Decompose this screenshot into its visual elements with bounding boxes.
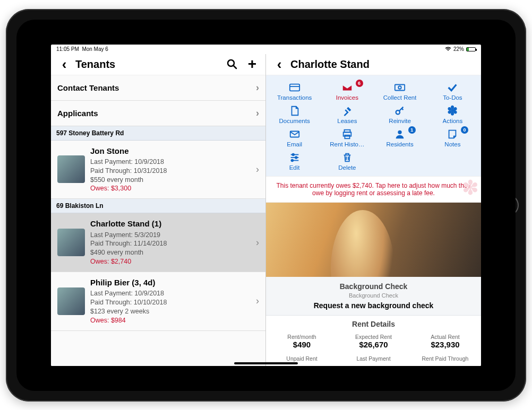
rent-value: $26,670 xyxy=(338,340,409,349)
rent-value: $490 xyxy=(266,340,338,349)
money-icon xyxy=(393,82,407,93)
contact-tenants-row[interactable]: Contact Tenants › xyxy=(51,75,265,101)
status-date: Mon May 6 xyxy=(82,46,108,52)
sliders-icon xyxy=(288,152,302,163)
actions-action[interactable]: ✽Actions xyxy=(426,104,479,125)
document-icon xyxy=(288,105,302,117)
paid-through: Paid Through: 11/14/2018 xyxy=(90,239,251,248)
action-grid: Transactions 6Invoices Collect Rent To-D… xyxy=(266,75,481,176)
tenant-name: Charlotte Stand (1) xyxy=(90,219,251,229)
chevron-right-icon: › xyxy=(256,295,259,307)
tenant-avatar xyxy=(57,155,85,183)
tenant-row[interactable]: Jon Stone Last Payment: 10/9/2018 Paid T… xyxy=(51,141,265,199)
note-icon xyxy=(445,128,459,140)
property-header: 69 Blakiston Ln xyxy=(51,199,265,213)
svg-rect-4 xyxy=(395,84,405,90)
svg-line-1 xyxy=(234,66,236,68)
search-button[interactable] xyxy=(223,55,241,73)
rent-label: Actual Rent xyxy=(409,334,481,340)
rent-label: Expected Rent xyxy=(338,334,409,340)
svg-rect-2 xyxy=(289,84,299,91)
invoices-badge: 6 xyxy=(356,80,363,87)
tenant-detail-pane: ‹ Charlotte Stand Transactions 6Invoices… xyxy=(266,54,481,366)
documents-action[interactable]: Documents xyxy=(268,104,321,125)
collect-rent-action[interactable]: Collect Rent xyxy=(374,81,426,102)
tenant-row-selected[interactable]: Charlotte Stand (1) Last Payment: 5/3/20… xyxy=(51,213,265,272)
printer-icon xyxy=(340,128,354,140)
paid-through: Paid Through: 10/10/2018 xyxy=(90,298,251,307)
rent-value: $23,930 xyxy=(409,340,481,349)
edit-action[interactable]: Edit xyxy=(268,151,321,172)
svg-point-15 xyxy=(295,156,297,159)
property-header: 597 Stoney Battery Rd xyxy=(51,126,265,141)
owes-amount: Owes: $984 xyxy=(90,316,251,325)
last-payment: Last Payment: 5/3/2019 xyxy=(90,231,251,240)
tenant-avatar xyxy=(57,229,85,256)
alert-text: This tenant currently owes $2,740. Tap h… xyxy=(277,182,471,197)
applicants-row[interactable]: Applicants › xyxy=(51,101,265,126)
owes-alert-banner[interactable]: ✽ This tenant currently owes $2,740. Tap… xyxy=(266,176,481,203)
svg-point-6 xyxy=(396,110,400,114)
rent-amount: $123 every 2 weeks xyxy=(90,307,251,316)
envelope-icon xyxy=(288,128,302,140)
leases-action[interactable]: Leases xyxy=(321,104,373,125)
status-time: 11:05 PM xyxy=(56,46,79,52)
battery-percent: 22% xyxy=(453,46,464,52)
transactions-action[interactable]: Transactions xyxy=(268,81,321,102)
notes-action[interactable]: 0Notes xyxy=(426,127,479,149)
tenant-name: Philip Bier (3, 4d) xyxy=(90,277,251,288)
todos-action[interactable]: To-Dos xyxy=(426,81,479,102)
wifi-icon xyxy=(445,46,451,53)
owes-amount: Owes: $2,740 xyxy=(90,257,251,266)
trash-icon xyxy=(340,152,354,163)
contact-tenants-label: Contact Tenants xyxy=(57,83,119,92)
tenant-list[interactable]: Contact Tenants › Applicants › 597 Stone… xyxy=(51,75,265,366)
add-button[interactable]: + xyxy=(243,55,261,73)
back-button[interactable]: ‹ xyxy=(270,55,288,73)
last-payment: Last Payment: 10/9/2018 xyxy=(90,289,251,298)
reinvite-action[interactable]: Reinvite xyxy=(374,104,426,125)
asterisk-icon: ✽ xyxy=(462,178,479,198)
rent-label: Rent/month xyxy=(266,334,338,340)
chevron-right-icon: › xyxy=(256,82,259,93)
background-check-heading: Background Check xyxy=(266,282,481,291)
applicants-label: Applicants xyxy=(57,109,98,118)
svg-point-11 xyxy=(398,130,401,134)
tenant-detail-title: Charlotte Stand xyxy=(290,58,370,71)
rent-label: Rent Paid Through xyxy=(409,355,481,362)
status-bar: 11:05 PM Mon May 6 22% xyxy=(51,45,481,54)
check-icon xyxy=(445,82,459,93)
delete-action[interactable]: Delete xyxy=(321,151,373,172)
battery-icon xyxy=(466,47,476,51)
last-payment: Last Payment: 10/9/2018 xyxy=(90,158,251,167)
email-action[interactable]: Email xyxy=(268,127,321,149)
rent-label: Unpaid Rent xyxy=(266,355,338,362)
tenant-name: Jon Stone xyxy=(90,146,251,156)
background-check-sub: Background Check xyxy=(266,292,481,299)
tenant-row[interactable]: Philip Bier (3, 4d) Last Payment: 10/9/2… xyxy=(51,272,265,331)
svg-point-17 xyxy=(291,159,293,161)
svg-point-5 xyxy=(398,86,401,89)
background-check-link[interactable]: Request a new background check xyxy=(266,301,481,310)
background-check-card[interactable]: Background Check Background Check Reques… xyxy=(266,277,481,316)
chevron-right-icon: › xyxy=(256,108,259,119)
tenant-avatar xyxy=(57,287,85,315)
residents-badge: 1 xyxy=(408,126,416,134)
rent-amount: $550 every month xyxy=(90,176,251,185)
home-indicator[interactable] xyxy=(234,362,298,364)
chevron-right-icon: › xyxy=(256,237,259,248)
owes-amount: Owes: $3,300 xyxy=(90,184,251,193)
asterisk-icon: ✽ xyxy=(445,105,459,117)
right-header: ‹ Charlotte Stand xyxy=(266,54,481,75)
rent-history-action[interactable]: Rent Histo… xyxy=(321,127,373,149)
rent-details-heading: Rent Details xyxy=(266,320,481,328)
tenant-photo xyxy=(266,203,481,277)
chevron-right-icon: › xyxy=(256,164,259,175)
person-icon xyxy=(393,128,407,140)
residents-action[interactable]: 1Residents xyxy=(374,127,426,149)
invoices-action[interactable]: 6Invoices xyxy=(321,81,373,102)
rent-details-card: Rent Details Rent/month$490 Expected Ren… xyxy=(266,316,481,364)
inbox-icon xyxy=(340,82,354,93)
tenants-title: Tenants xyxy=(75,58,115,71)
back-button[interactable]: ‹ xyxy=(55,55,73,73)
